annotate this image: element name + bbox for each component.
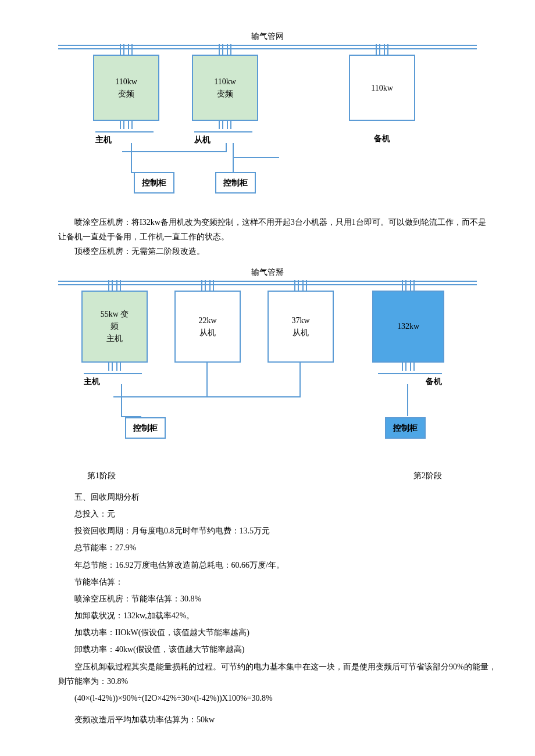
line-4: 年总节能：16.92万度电估算改造前总耗电：60.66万度/年。 [58,558,500,572]
d1-box2-line2: 变频 [217,88,233,100]
d2-box-4: 132kw [372,291,444,363]
d1-box2-line1: 110kw [214,76,236,88]
d1-role-2: 从机 [194,131,252,147]
diagram-2: 输气管掰 55kw 变 频 主机 主机 22kw 从机 37kw 从机 132k… [58,265,477,457]
para-2: 顶楼空压机房：无需第二阶段改造。 [58,244,488,259]
line-11: 变频改造后平均加载功率估算为：50kw [58,712,500,727]
d2-vl-a [121,384,122,416]
d2-box1-l3: 主机 [106,332,123,345]
d2-vl-b1 [206,361,208,396]
d2-box2-l1: 22kw [198,314,216,327]
phase-1-label: 第1阶段 [87,468,116,483]
d2-box4-l1: 132kw [397,320,419,332]
line-8: 加载功率：IIOkW(假设值，该值越大节能率越高) [58,625,500,640]
d2-ctrl-1: 控制柜 [125,417,166,439]
d1-vline-a [131,143,132,172]
section-5-title: 五、回收周期分析 [58,490,500,504]
d2-role-1: 主机 [84,373,142,389]
d2-hl-b [113,396,301,397]
d2-box3-l2: 从机 [293,327,309,339]
d1-ctrl-2: 控制柜 [215,172,256,194]
formula: (40×(l-42%))×90%÷(I2O×42%÷30×(l-42%))X10… [58,691,500,705]
d1-col-2: 110kw 变频 从机 [192,44,258,147]
d1-box-1: 110kw 变频 [93,55,159,121]
d2-box1-l1: 55kw 变 [101,308,129,320]
d2-box-1: 55kw 变 频 主机 [81,291,148,363]
line-9: 卸载功率：40kw(假设值，该值越大节能率越高) [58,642,500,657]
diagram-1: 输气管网 110kw 变频 主机 110kw 变频 从机 110kw 备机 控制… [58,29,477,203]
para-1: 喷涂空压机房：将I32kw备用机改为变频控制，这样不用开起3台小机器，只用1台即… [58,215,488,244]
phase-2-label: 第2阶段 [413,468,442,483]
d1-box3-line1: 110kw [371,82,393,94]
d1-box-3: 110kw [349,55,415,121]
d1-hline-b [122,151,227,152]
d2-box-2: 22kw 从机 [174,291,241,363]
d2-vl-r [407,384,408,416]
diagram1-title: 输气管网 [58,29,477,44]
d1-role-3: 备机 [374,131,390,146]
d2-box3-l1: 37kw [291,314,309,327]
d2-vl-b2 [299,361,301,396]
line-10: 空压机卸载过程其实是能量损耗的过程。可节约的电力基本集中在这一块，而是使用变频后… [58,660,500,689]
d1-role-1: 主机 [95,131,154,147]
d1-vline-b [226,143,227,151]
line-1: 总投入：元 [58,507,500,521]
line-5: 节能率估算： [58,575,500,589]
line-7: 加卸载状况：132kw,加载率42%。 [58,608,500,623]
d2-col-1: 55kw 变 频 主机 主机 [81,280,148,389]
d2-col-2: 22kw 从机 [174,280,241,363]
phase-labels: 第1阶段 第2阶段 [87,468,477,483]
d1-col-1: 110kw 变频 主机 [93,44,159,147]
d2-col-3: 37kw 从机 [268,280,334,363]
diagram2-title: 输气管掰 [58,265,477,280]
d1-box1-line2: 变频 [118,88,134,100]
d1-box-2: 110kw 变频 [192,55,258,121]
d2-col-4: 132kw 备机 [372,280,444,389]
d1-ctrl-1: 控制柜 [134,172,174,194]
d2-box1-l2: 频 [110,320,119,332]
d1-box1-line1: 110kw [115,76,137,88]
d1-hline-c [233,157,279,158]
d2-role-4: 备机 [378,373,442,389]
d1-col-3: 110kw 备机 [349,44,415,146]
line-6: 喷涂空压机房：节能率估算：30.8% [58,592,500,606]
d2-ctrl-2: 控制柜 [385,417,426,439]
line-2: 投资回收周期：月每度电0.8元时年节约电费：13.5万元 [58,524,500,538]
d2-box-3: 37kw 从机 [268,291,334,363]
line-3: 总节能率：27.9% [58,540,500,555]
d2-box2-l2: 从机 [199,327,216,339]
